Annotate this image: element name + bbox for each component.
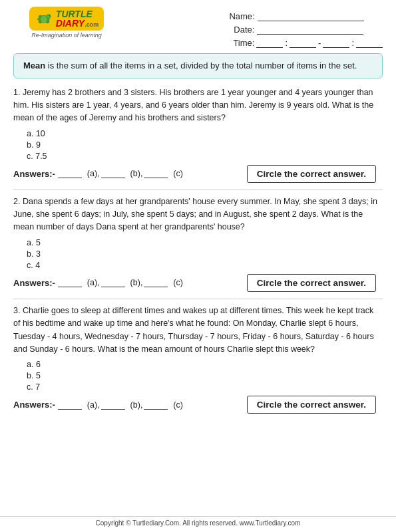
svg-point-4 <box>49 15 49 16</box>
question-3-ans-b: (b), <box>130 400 143 410</box>
question-2-ans-b: (b), <box>130 278 143 287</box>
question-3-text: 3. Charlie goes to sleep at different ti… <box>13 305 383 356</box>
question-2-answers-row: Answers:- (a), (b), (c)Circle the correc… <box>13 274 383 292</box>
name-line[interactable] <box>258 11 364 21</box>
question-1-ans-c: (c) <box>173 169 183 178</box>
header-fields: Name: Date: Time: : - : <box>229 11 383 48</box>
info-text: is the sum of all the items in a set, di… <box>45 61 357 70</box>
footer-text: Copyright © Turtlediary.Com. All rights … <box>96 519 301 527</box>
time-hours2[interactable] <box>323 37 349 48</box>
question-1-circle-box[interactable]: Circle the correct answer. <box>247 165 376 183</box>
header: TURTLE DIARY.com Re-Imagination of learn… <box>13 7 383 48</box>
question-1-options: a. 10b. 9c. 7.5 <box>27 129 383 161</box>
time-minutes2[interactable] <box>356 37 383 48</box>
question-3-blank-b[interactable] <box>101 400 125 410</box>
date-line[interactable] <box>257 24 363 35</box>
question-2-options: a. 5b. 3c. 4 <box>27 238 383 270</box>
logo-text: TURTLE DIARY.com <box>56 9 99 28</box>
question-2-blank-c[interactable] <box>144 278 168 287</box>
date-field-row: Date: <box>229 24 383 35</box>
time-label: Time: <box>229 38 254 48</box>
question-2-circle-box[interactable]: Circle the correct answer. <box>247 274 376 292</box>
question-3-options: a. 6b. 5c. 7 <box>27 360 383 392</box>
question-1-answers-group: Answers:- (a), (b), (c) <box>13 169 247 179</box>
question-1-answers-label: Answers:- <box>13 169 55 179</box>
date-label: Date: <box>229 25 254 35</box>
questions-container: 1. Jeremy has 2 brothers and 3 sisters. … <box>13 86 383 414</box>
info-bold-word: Mean <box>23 61 45 70</box>
divider-2 <box>13 299 383 299</box>
footer: Copyright © Turtlediary.Com. All rights … <box>0 516 396 527</box>
page: TURTLE DIARY.com Re-Imagination of learn… <box>0 0 396 532</box>
question-3-answers-label: Answers:- <box>13 400 55 410</box>
question-1-ans-a: (a), <box>87 169 100 178</box>
question-3-option-1: b. 5 <box>27 371 383 380</box>
question-3-option-2: c. 7 <box>27 382 383 392</box>
question-1-answers-row: Answers:- (a), (b), (c)Circle the correc… <box>13 165 383 183</box>
svg-point-8 <box>37 19 41 21</box>
question-2-text: 2. Dana spends a few days at her grandpa… <box>13 196 383 234</box>
question-3-blank-a[interactable] <box>58 400 82 410</box>
logo-area: TURTLE DIARY.com Re-Imagination of learn… <box>13 7 120 39</box>
time-hours[interactable] <box>256 37 283 48</box>
question-2-ans-a: (a), <box>87 278 100 287</box>
question-1-option-0: a. 10 <box>27 129 383 138</box>
question-1-ans-b: (b), <box>130 169 143 178</box>
info-box: Mean is the sum of all the items in a se… <box>13 53 383 78</box>
turtle-icon <box>35 11 53 27</box>
question-2-option-1: b. 3 <box>27 249 383 259</box>
logo-tagline: Re-Imagination of learning <box>31 32 102 39</box>
question-1-blank-c[interactable] <box>144 169 168 178</box>
question-3-option-0: a. 6 <box>27 360 383 369</box>
question-1-blank-b[interactable] <box>101 169 125 178</box>
question-2-blank-b[interactable] <box>101 278 125 287</box>
question-2-option-0: a. 5 <box>27 238 383 247</box>
question-3-ans-a: (a), <box>87 400 100 410</box>
time-minutes[interactable] <box>290 37 316 48</box>
question-3-answers-row: Answers:- (a), (b), (c)Circle the correc… <box>13 396 383 414</box>
question-3-blank-c[interactable] <box>144 400 168 410</box>
name-label: Name: <box>229 11 254 21</box>
logo-box: TURTLE DIARY.com <box>29 7 104 31</box>
name-field-row: Name: <box>229 11 383 21</box>
question-1: 1. Jeremy has 2 brothers and 3 sisters. … <box>13 86 383 190</box>
question-2-option-2: c. 4 <box>27 261 383 270</box>
question-2: 2. Dana spends a few days at her grandpa… <box>13 196 383 299</box>
question-2-answers-group: Answers:- (a), (b), (c) <box>13 278 247 288</box>
question-2-answers-label: Answers:- <box>13 278 55 288</box>
divider-1 <box>13 190 383 190</box>
question-3-circle-box[interactable]: Circle the correct answer. <box>247 396 376 414</box>
time-field-row: Time: : - : <box>229 37 383 48</box>
question-1-text: 1. Jeremy has 2 brothers and 3 sisters. … <box>13 86 383 125</box>
question-2-blank-a[interactable] <box>58 278 82 287</box>
question-3-ans-c: (c) <box>173 400 183 410</box>
question-1-blank-a[interactable] <box>58 169 82 178</box>
question-2-ans-c: (c) <box>173 278 183 287</box>
question-1-option-2: c. 7.5 <box>27 152 383 161</box>
question-1-option-1: b. 9 <box>27 140 383 150</box>
question-3: 3. Charlie goes to sleep at different ti… <box>13 305 383 414</box>
question-3-answers-group: Answers:- (a), (b), (c) <box>13 400 247 410</box>
